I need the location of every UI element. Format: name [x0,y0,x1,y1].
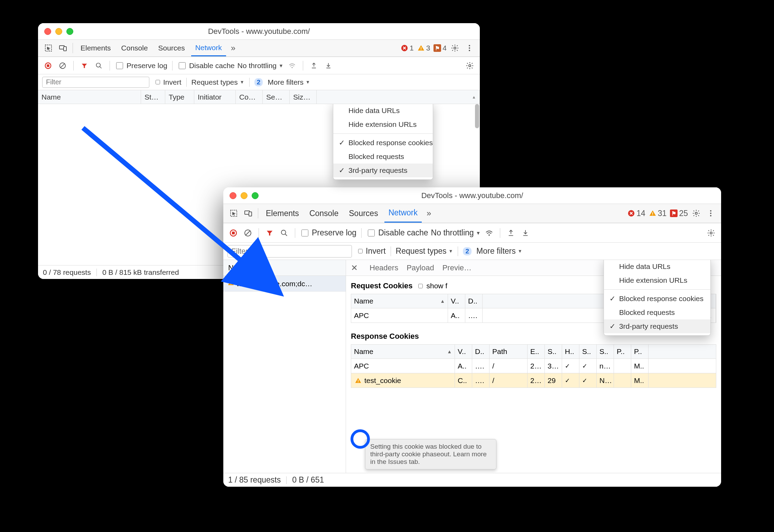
request-types-dropdown-2[interactable]: Request types ▼ [396,246,453,256]
preserve-log-checkbox-2[interactable]: Preserve log [300,228,356,237]
close-window-button-2[interactable] [230,192,236,199]
show-filtered-checkbox[interactable]: show f [417,282,448,290]
col-siz[interactable]: Siz… [290,90,317,104]
menu-hide-ext-urls[interactable]: Hide extension URLs [333,118,433,131]
col-se[interactable]: Se… [263,90,290,104]
issue-counts[interactable]: 1 3 ⚑4 [401,44,447,52]
search-icon-2[interactable] [278,227,290,239]
detail-tab-payload[interactable]: Payload [407,263,434,272]
col-initiator[interactable]: Initiator [194,90,236,104]
tab-network-2[interactable]: Network [384,204,422,223]
resp-col-e[interactable]: E.. [528,345,545,358]
settings-icon-2[interactable] [690,207,702,220]
minimize-window-button-2[interactable] [241,192,248,199]
throttling-select-2[interactable]: No throttling▼ [431,228,481,237]
download-icon[interactable] [323,60,334,72]
throttling-select[interactable]: No throttling▼ [237,62,283,70]
detail-tab-preview[interactable]: Previe… [442,263,472,272]
cookie-col-d[interactable]: D.. [465,294,483,308]
resp-col-s3[interactable]: S.. [597,345,614,358]
menu-blocked-requests[interactable]: Blocked requests [333,150,433,164]
traffic-lights [44,28,73,35]
menu2-hide-ext-urls[interactable]: Hide extension URLs [604,273,710,287]
clear-button-2[interactable] [242,227,254,239]
col-waterfall[interactable]: ▲ [317,90,480,104]
record-button-2[interactable] [227,227,239,239]
upload-icon[interactable] [308,60,320,72]
invert-checkbox-2[interactable]: Invert [357,246,386,256]
zoom-window-button[interactable] [66,28,73,35]
inspect-icon[interactable] [42,42,55,54]
menu-blocked-response-cookies[interactable]: Blocked response cookies [333,136,433,150]
request-row[interactable]: www.youtube.com;dc… [223,276,346,292]
more-tabs-icon[interactable]: » [228,43,238,53]
resp-col-name[interactable]: Name [354,347,373,356]
filter-input[interactable] [42,77,149,88]
resp-col-pri[interactable]: P.. [614,345,631,358]
zoom-window-button-2[interactable] [252,192,259,199]
scrollbar[interactable] [475,104,479,128]
filter-icon[interactable] [78,60,90,72]
request-types-dropdown[interactable]: Request types ▼ [192,78,244,86]
tab-sources-2[interactable]: Sources [345,204,382,223]
request-list-header[interactable]: Name [223,260,346,276]
cookie-col-v[interactable]: V.. [448,294,465,308]
filter-input-2[interactable] [227,245,352,258]
issue-counts-2[interactable]: 14 31 ⚑25 [627,209,688,218]
detail-tab-headers[interactable]: Headers [370,263,398,272]
resp-col-path[interactable]: Path [489,345,528,358]
network-settings-icon[interactable] [464,60,476,72]
resp-cookie-row-0[interactable]: APC A.. …. / 2… 3… ✓ ✓ n… M.. [351,359,716,373]
tab-elements-2[interactable]: Elements [262,204,303,223]
search-icon[interactable] [93,60,105,72]
menu2-blocked-requests[interactable]: Blocked requests [604,306,710,319]
resp-col-d[interactable]: D.. [472,345,489,358]
network-settings-icon-2[interactable] [705,227,717,239]
resp-col-s[interactable]: S.. [545,345,562,358]
tab-network[interactable]: Network [191,40,226,56]
more-tabs-icon-2[interactable]: » [424,208,434,218]
tab-sources[interactable]: Sources [154,40,189,56]
resp-col-s2[interactable]: S.. [579,345,597,358]
tab-console-2[interactable]: Console [305,204,343,223]
device-icon-2[interactable] [242,207,254,220]
kebab-menu-icon[interactable] [463,42,476,54]
menu-hide-data-urls[interactable]: Hide data URLs [333,104,433,118]
col-status[interactable]: St… [141,90,165,104]
close-window-button[interactable] [44,28,51,35]
tab-console[interactable]: Console [117,40,152,56]
disable-cache-checkbox[interactable]: Disable cache [177,61,235,70]
preserve-log-checkbox[interactable]: Preserve log [115,61,167,70]
menu2-3rd-party-requests[interactable]: 3rd-party requests [604,319,710,333]
tab-elements[interactable]: Elements [76,40,115,56]
close-detail-icon[interactable]: ✕ [351,263,361,273]
more-filters-dropdown-2[interactable]: More filters ▼ [476,246,522,256]
download-icon-2[interactable] [520,227,531,239]
invert-checkbox[interactable]: Invert [154,78,181,86]
menu-3rd-party-requests[interactable]: 3rd-party requests [333,164,433,177]
filter-icon-2[interactable] [264,227,276,239]
settings-icon[interactable] [449,42,461,54]
upload-icon-2[interactable] [505,227,517,239]
col-name[interactable]: Name [38,90,141,104]
resp-col-v[interactable]: V.. [455,345,472,358]
minimize-window-button[interactable] [55,28,62,35]
menu2-hide-data-urls[interactable]: Hide data URLs [604,260,710,273]
resp-col-part[interactable]: P.. [631,345,649,358]
clear-button[interactable] [57,60,68,72]
resp-col-h[interactable]: H.. [562,345,579,358]
record-button[interactable] [42,60,54,72]
disable-cache-checkbox-2[interactable]: Disable cache [366,228,428,237]
col-type[interactable]: Type [165,90,194,104]
kebab-menu-icon-2[interactable] [705,207,717,220]
network-conditions-icon[interactable] [286,60,298,72]
menu2-blocked-response-cookies[interactable]: Blocked response cookies [604,292,710,306]
col-co[interactable]: Co… [236,90,263,104]
resp-cookie-row-1[interactable]: test_cookie C.. …. / 2… 29 ✓ ✓ N… M.. [351,373,716,388]
more-filters-dropdown[interactable]: More filters ▼ [268,78,310,86]
inspect-icon-2[interactable] [227,207,240,220]
device-icon[interactable] [57,42,69,54]
network-conditions-icon-2[interactable] [483,227,495,239]
cookie-col-name[interactable]: Name [354,297,373,305]
svg-line-31 [245,231,250,235]
